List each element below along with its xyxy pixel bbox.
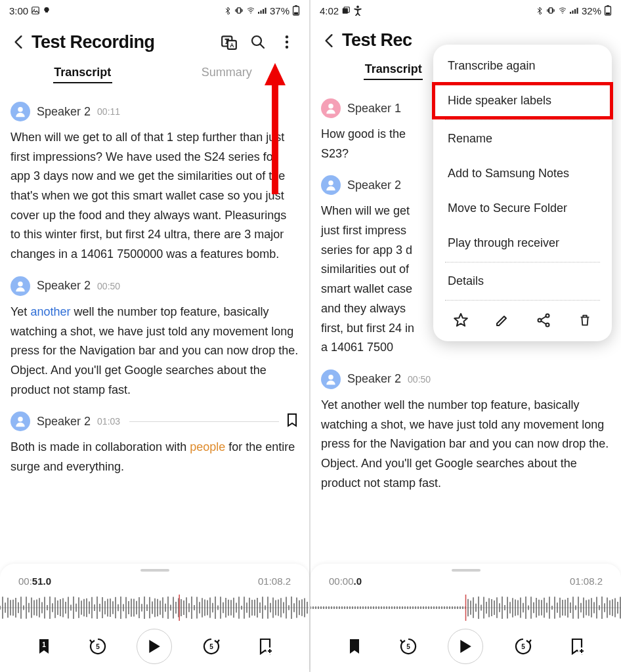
svg-rect-152 [572,10,573,14]
svg-point-158 [328,104,333,109]
svg-rect-157 [606,12,610,14]
svg-rect-0 [32,7,39,14]
gallery-icon [31,6,40,15]
speaker-name: Speaker 2 [37,415,91,429]
segment-text: Both is made in collaboration with peopl… [11,438,299,476]
bookmark-list-button[interactable]: 1 [30,632,58,661]
svg-point-16 [286,41,288,43]
svg-text:5: 5 [521,643,525,650]
svg-rect-10 [294,12,298,15]
signal-icon [258,7,267,14]
rewind-5-button[interactable]: 5 [394,632,423,661]
menu-item[interactable]: Details [433,264,612,299]
search-button[interactable] [246,30,270,54]
duration: 01:08.2 [570,576,603,587]
status-bar: 3:00 37% [0,0,309,21]
transcript-segment: Speaker 200:50Yet another well the numbe… [11,276,299,400]
right-screenshot: 4:02 32% Test Rec Transcript Speaker 1Ho… [310,0,621,672]
svg-rect-156 [607,5,609,7]
svg-point-148 [356,6,359,9]
svg-point-159 [328,180,333,186]
tab-transcript[interactable]: Transcript [11,59,155,87]
segment-timestamp: 00:50 [408,374,431,385]
page-title: Test Recording [32,32,212,52]
forward-5-button[interactable]: 5 [197,632,226,661]
delete-icon[interactable] [576,311,594,329]
segment-text: Yet another well the number top feature,… [11,303,299,400]
svg-rect-6 [263,9,264,14]
menu-item[interactable]: Add to Samsung Notes [433,156,612,191]
share-icon[interactable] [534,311,553,329]
menu-item[interactable]: Play through receiver [433,226,612,261]
speaker-avatar [321,175,341,195]
svg-point-19 [18,282,23,287]
svg-point-150 [562,12,563,14]
svg-rect-154 [576,8,578,14]
vibrate-icon [546,6,555,15]
add-bookmark-button[interactable] [251,632,280,661]
svg-rect-151 [570,12,571,14]
rewind-5-button[interactable]: 5 [83,632,112,661]
menu-item[interactable]: Move to Secure Folder [433,191,612,226]
svg-rect-153 [574,9,576,14]
play-button[interactable] [137,629,172,664]
star-icon[interactable] [452,311,470,329]
svg-rect-9 [295,5,297,7]
status-bar: 4:02 32% [310,0,621,21]
status-time: 3:00 [9,5,28,16]
svg-rect-7 [265,8,266,14]
speaker-avatar [11,102,30,121]
transcript-segment: Speaker 201:03Both is made in collaborat… [11,411,299,476]
player: 00:00.0 01:08.2 5 5 [310,564,621,672]
segment-text: How good is the S23? [321,125,419,163]
svg-point-18 [18,107,23,112]
tab-summary[interactable]: Summary [155,59,299,87]
back-button[interactable] [11,34,26,50]
segment-text: When will we get to all of that 1 step f… [11,128,299,264]
speaker-name: Speaker 2 [347,178,401,192]
speaker-name: Speaker 2 [37,279,91,293]
bluetooth-icon [536,7,544,14]
grabber[interactable] [452,569,481,572]
overflow-menu: Transcribe againHide speaker labelsRenam… [433,45,612,341]
svg-rect-4 [258,12,259,14]
speaker-name: Speaker 1 [347,102,401,116]
segment-timestamp: 00:11 [97,106,120,117]
menu-item[interactable]: Rename [433,121,612,156]
menu-item[interactable]: Hide speaker labels [433,83,612,118]
svg-text:5: 5 [210,643,214,650]
bookmark-list-button[interactable] [340,632,369,661]
add-bookmark-button[interactable] [563,632,591,661]
svg-point-20 [18,417,23,422]
translate-button[interactable]: A [217,30,241,54]
tabs: Transcript Summary [0,59,309,87]
transcript-segment: Speaker 200:50Yet another well the numbe… [321,369,610,493]
edit-icon[interactable] [493,311,511,329]
header: Test Recording A [0,21,309,59]
forward-5-button[interactable]: 5 [509,632,538,661]
current-time: 00:51.0 [18,576,51,587]
svg-rect-5 [260,10,261,14]
battery-icon [604,5,612,16]
segment-timestamp: 01:03 [97,416,120,427]
svg-text:1: 1 [42,641,46,648]
grabber[interactable] [140,569,169,572]
waveform[interactable] [310,592,621,623]
svg-point-17 [286,46,288,49]
back-button[interactable] [321,33,337,49]
accessibility-icon [353,5,362,16]
waveform[interactable] [0,592,309,623]
wifi-icon [558,7,567,14]
speaker-avatar [321,98,341,118]
play-button[interactable] [448,629,483,664]
menu-item[interactable]: Transcribe again [433,49,612,83]
speaker-avatar [11,411,30,431]
segment-text: Yet another well the number top feature,… [321,396,610,493]
status-time: 4:02 [320,5,339,16]
svg-point-160 [328,375,333,380]
speaker-avatar [321,369,341,389]
bookmark-icon[interactable] [286,413,299,430]
duration: 01:08.2 [258,576,291,587]
more-button[interactable] [275,30,299,54]
status-battery-pct: 32% [582,5,601,16]
